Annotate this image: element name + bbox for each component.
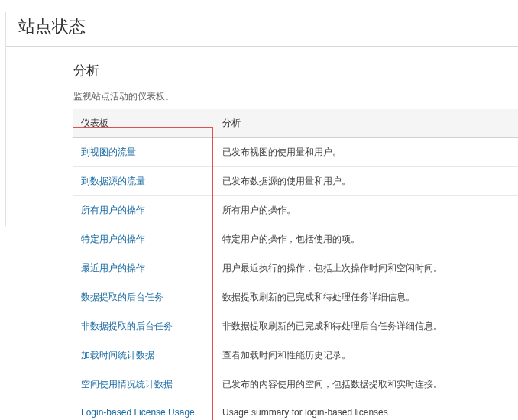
dashboard-link-non-extract-tasks[interactable]: 非数据提取的后台任务 xyxy=(81,321,173,331)
page-title: 站点状态 xyxy=(18,15,518,38)
dashboard-link-recent-user-actions[interactable]: 最近用户的操作 xyxy=(81,263,145,273)
dashboards-table: 仪表板 分析 到视图的流量 已发布视图的使用量和用户。 到数据源的流量 已发布数… xyxy=(73,109,518,420)
dashboard-desc: 非数据提取刷新的已完成和待处理后台任务详细信息。 xyxy=(215,312,518,341)
dashboard-link-load-time-stats[interactable]: 加载时间统计数据 xyxy=(81,350,154,360)
header-analysis: 分析 xyxy=(215,109,518,138)
dashboard-desc: 已发布数据源的使用量和用户。 xyxy=(215,167,518,196)
dashboard-link-specific-user-actions[interactable]: 特定用户的操作 xyxy=(81,234,145,244)
dashboard-link-login-license-usage[interactable]: Login-based License Usage xyxy=(81,407,195,418)
left-border-sliver xyxy=(0,12,6,226)
dashboard-link-traffic-views[interactable]: 到视图的流量 xyxy=(81,147,136,157)
table-row: Login-based License Usage Usage summary … xyxy=(73,399,518,421)
dashboard-desc: 用户最近执行的操作，包括上次操作时间和空闲时间。 xyxy=(215,254,518,283)
dashboard-desc: 已发布的内容使用的空间，包括数据提取和实时连接。 xyxy=(215,370,518,399)
dashboard-link-extract-tasks[interactable]: 数据提取的后台任务 xyxy=(81,292,163,302)
dashboard-link-all-user-actions[interactable]: 所有用户的操作 xyxy=(81,205,145,215)
header-dashboard: 仪表板 xyxy=(73,109,215,138)
table-row: 到数据源的流量 已发布数据源的使用量和用户。 xyxy=(73,167,518,196)
table-header-row: 仪表板 分析 xyxy=(73,109,518,138)
table-row: 非数据提取的后台任务 非数据提取刷新的已完成和待处理后台任务详细信息。 xyxy=(73,312,518,341)
table-row: 加载时间统计数据 查看加载时间和性能历史记录。 xyxy=(73,341,518,370)
table-row: 到视图的流量 已发布视图的使用量和用户。 xyxy=(73,138,518,167)
dashboard-desc: 查看加载时间和性能历史记录。 xyxy=(215,341,518,370)
dashboard-desc: 特定用户的操作，包括使用的项。 xyxy=(215,225,518,254)
table-row: 最近用户的操作 用户最近执行的操作，包括上次操作时间和空闲时间。 xyxy=(73,254,518,283)
section-title: 分析 xyxy=(73,62,518,79)
dashboard-desc: 已发布视图的使用量和用户。 xyxy=(215,138,518,167)
dashboard-link-traffic-datasources[interactable]: 到数据源的流量 xyxy=(81,176,145,186)
table-row: 特定用户的操作 特定用户的操作，包括使用的项。 xyxy=(73,225,518,254)
title-divider xyxy=(0,46,518,47)
section-description: 监视站点活动的仪表板。 xyxy=(73,90,518,103)
dashboard-desc: 所有用户的操作。 xyxy=(215,196,518,225)
dashboard-link-space-usage-stats[interactable]: 空间使用情况统计数据 xyxy=(81,379,173,389)
dashboard-desc: 数据提取刷新的已完成和待处理任务详细信息。 xyxy=(215,283,518,312)
table-row: 数据提取的后台任务 数据提取刷新的已完成和待处理任务详细信息。 xyxy=(73,283,518,312)
table-row: 空间使用情况统计数据 已发布的内容使用的空间，包括数据提取和实时连接。 xyxy=(73,370,518,399)
dashboard-desc: Usage summary for login-based licenses xyxy=(215,399,518,421)
table-row: 所有用户的操作 所有用户的操作。 xyxy=(73,196,518,225)
